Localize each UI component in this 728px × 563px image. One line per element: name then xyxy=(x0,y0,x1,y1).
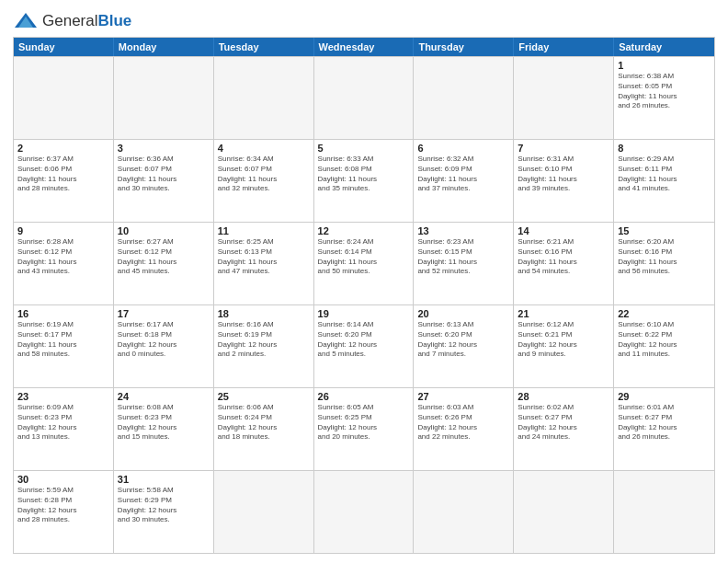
day-info: Sunrise: 6:27 AM Sunset: 6:12 PM Dayligh… xyxy=(118,237,210,277)
cal-cell: 4Sunrise: 6:34 AM Sunset: 6:07 PM Daylig… xyxy=(214,140,314,222)
day-number: 23 xyxy=(17,391,109,402)
day-number: 30 xyxy=(17,474,109,485)
cal-cell: 5Sunrise: 6:33 AM Sunset: 6:08 PM Daylig… xyxy=(314,140,415,222)
day-number: 17 xyxy=(118,308,210,319)
cal-cell: 29Sunrise: 6:01 AM Sunset: 6:27 PM Dayli… xyxy=(614,388,714,470)
day-info: Sunrise: 6:12 AM Sunset: 6:21 PM Dayligh… xyxy=(518,320,609,360)
day-info: Sunrise: 6:32 AM Sunset: 6:09 PM Dayligh… xyxy=(417,155,509,194)
cal-cell xyxy=(414,471,514,553)
day-info: Sunrise: 6:13 AM Sunset: 6:20 PM Dayligh… xyxy=(417,320,509,360)
day-info: Sunrise: 6:29 AM Sunset: 6:11 PM Dayligh… xyxy=(618,155,711,194)
day-number: 29 xyxy=(618,391,711,402)
cal-cell: 25Sunrise: 6:06 AM Sunset: 6:24 PM Dayli… xyxy=(214,388,314,470)
header-day-sunday: Sunday xyxy=(14,38,114,56)
cal-cell: 31Sunrise: 5:58 AM Sunset: 6:29 PM Dayli… xyxy=(114,471,214,553)
week-row-1: 1Sunrise: 6:38 AM Sunset: 6:05 PM Daylig… xyxy=(14,56,714,139)
day-info: Sunrise: 6:37 AM Sunset: 6:06 PM Dayligh… xyxy=(17,155,109,194)
day-info: Sunrise: 6:01 AM Sunset: 6:27 PM Dayligh… xyxy=(618,403,711,442)
week-row-6: 30Sunrise: 5:59 AM Sunset: 6:28 PM Dayli… xyxy=(14,470,714,553)
cal-cell: 2Sunrise: 6:37 AM Sunset: 6:06 PM Daylig… xyxy=(14,140,114,222)
header-day-friday: Friday xyxy=(514,38,614,56)
day-number: 24 xyxy=(118,391,210,402)
cal-cell: 14Sunrise: 6:21 AM Sunset: 6:16 PM Dayli… xyxy=(514,223,614,304)
day-info: Sunrise: 6:36 AM Sunset: 6:07 PM Dayligh… xyxy=(118,155,210,194)
header-day-wednesday: Wednesday xyxy=(314,38,415,56)
day-number: 13 xyxy=(417,225,509,236)
cal-cell: 11Sunrise: 6:25 AM Sunset: 6:13 PM Dayli… xyxy=(214,223,314,304)
cal-cell: 28Sunrise: 6:02 AM Sunset: 6:27 PM Dayli… xyxy=(514,388,614,470)
day-info: Sunrise: 6:38 AM Sunset: 6:05 PM Dayligh… xyxy=(618,72,711,111)
cal-cell xyxy=(614,471,714,553)
day-number: 14 xyxy=(518,225,609,236)
header: GeneralBlue xyxy=(13,11,715,31)
cal-cell: 26Sunrise: 6:05 AM Sunset: 6:25 PM Dayli… xyxy=(314,388,415,470)
day-info: Sunrise: 6:10 AM Sunset: 6:22 PM Dayligh… xyxy=(618,320,711,360)
cal-cell: 27Sunrise: 6:03 AM Sunset: 6:26 PM Dayli… xyxy=(414,388,514,470)
cal-cell xyxy=(214,57,314,139)
cal-cell: 16Sunrise: 6:19 AM Sunset: 6:17 PM Dayli… xyxy=(14,305,114,387)
cal-cell xyxy=(14,57,114,139)
cal-cell xyxy=(414,57,514,139)
week-row-2: 2Sunrise: 6:37 AM Sunset: 6:06 PM Daylig… xyxy=(14,139,714,222)
day-info: Sunrise: 6:14 AM Sunset: 6:20 PM Dayligh… xyxy=(318,320,410,360)
cal-cell xyxy=(514,471,614,553)
week-row-4: 16Sunrise: 6:19 AM Sunset: 6:17 PM Dayli… xyxy=(14,304,714,387)
day-info: Sunrise: 6:33 AM Sunset: 6:08 PM Dayligh… xyxy=(318,155,410,194)
week-row-5: 23Sunrise: 6:09 AM Sunset: 6:23 PM Dayli… xyxy=(14,387,714,470)
day-info: Sunrise: 6:31 AM Sunset: 6:10 PM Dayligh… xyxy=(518,155,609,194)
day-number: 21 xyxy=(518,308,609,319)
day-info: Sunrise: 6:16 AM Sunset: 6:19 PM Dayligh… xyxy=(218,320,310,360)
day-number: 25 xyxy=(218,391,310,402)
logo-text: GeneralBlue xyxy=(42,12,131,30)
day-number: 3 xyxy=(118,143,210,154)
day-info: Sunrise: 6:03 AM Sunset: 6:26 PM Dayligh… xyxy=(417,403,509,442)
day-info: Sunrise: 6:21 AM Sunset: 6:16 PM Dayligh… xyxy=(518,237,609,277)
cal-cell: 23Sunrise: 6:09 AM Sunset: 6:23 PM Dayli… xyxy=(14,388,114,470)
day-info: Sunrise: 6:23 AM Sunset: 6:15 PM Dayligh… xyxy=(417,237,509,277)
cal-cell: 30Sunrise: 5:59 AM Sunset: 6:28 PM Dayli… xyxy=(14,471,114,553)
day-number: 5 xyxy=(318,143,410,154)
cal-cell: 20Sunrise: 6:13 AM Sunset: 6:20 PM Dayli… xyxy=(414,305,514,387)
header-day-tuesday: Tuesday xyxy=(214,38,314,56)
day-info: Sunrise: 6:25 AM Sunset: 6:13 PM Dayligh… xyxy=(218,237,310,277)
day-info: Sunrise: 6:09 AM Sunset: 6:23 PM Dayligh… xyxy=(17,403,109,442)
cal-cell: 19Sunrise: 6:14 AM Sunset: 6:20 PM Dayli… xyxy=(314,305,415,387)
day-number: 27 xyxy=(417,391,509,402)
day-info: Sunrise: 5:59 AM Sunset: 6:28 PM Dayligh… xyxy=(17,486,109,525)
day-number: 1 xyxy=(618,60,711,71)
day-number: 7 xyxy=(518,143,609,154)
day-info: Sunrise: 6:20 AM Sunset: 6:16 PM Dayligh… xyxy=(618,237,711,277)
day-info: Sunrise: 6:02 AM Sunset: 6:27 PM Dayligh… xyxy=(518,403,609,442)
day-number: 28 xyxy=(518,391,609,402)
day-info: Sunrise: 6:08 AM Sunset: 6:23 PM Dayligh… xyxy=(118,403,210,442)
day-number: 26 xyxy=(318,391,410,402)
cal-cell: 3Sunrise: 6:36 AM Sunset: 6:07 PM Daylig… xyxy=(114,140,214,222)
cal-cell: 17Sunrise: 6:17 AM Sunset: 6:18 PM Dayli… xyxy=(114,305,214,387)
logo-icon xyxy=(13,11,39,31)
day-number: 18 xyxy=(218,308,310,319)
day-number: 6 xyxy=(417,143,509,154)
day-number: 16 xyxy=(17,308,109,319)
cal-cell: 12Sunrise: 6:24 AM Sunset: 6:14 PM Dayli… xyxy=(314,223,415,304)
day-info: Sunrise: 6:17 AM Sunset: 6:18 PM Dayligh… xyxy=(118,320,210,360)
day-number: 19 xyxy=(318,308,410,319)
calendar-header: SundayMondayTuesdayWednesdayThursdayFrid… xyxy=(14,38,714,56)
day-number: 2 xyxy=(17,143,109,154)
header-day-monday: Monday xyxy=(114,38,214,56)
logo: GeneralBlue xyxy=(13,11,131,31)
day-number: 8 xyxy=(618,143,711,154)
day-info: Sunrise: 5:58 AM Sunset: 6:29 PM Dayligh… xyxy=(118,486,210,525)
week-row-3: 9Sunrise: 6:28 AM Sunset: 6:12 PM Daylig… xyxy=(14,222,714,304)
day-number: 12 xyxy=(318,225,410,236)
cal-cell: 15Sunrise: 6:20 AM Sunset: 6:16 PM Dayli… xyxy=(614,223,714,304)
cal-cell: 21Sunrise: 6:12 AM Sunset: 6:21 PM Dayli… xyxy=(514,305,614,387)
cal-cell: 13Sunrise: 6:23 AM Sunset: 6:15 PM Dayli… xyxy=(414,223,514,304)
day-number: 20 xyxy=(417,308,509,319)
cal-cell: 18Sunrise: 6:16 AM Sunset: 6:19 PM Dayli… xyxy=(214,305,314,387)
calendar-body: 1Sunrise: 6:38 AM Sunset: 6:05 PM Daylig… xyxy=(14,56,714,553)
cal-cell: 24Sunrise: 6:08 AM Sunset: 6:23 PM Dayli… xyxy=(114,388,214,470)
day-info: Sunrise: 6:06 AM Sunset: 6:24 PM Dayligh… xyxy=(218,403,310,442)
day-info: Sunrise: 6:34 AM Sunset: 6:07 PM Dayligh… xyxy=(218,155,310,194)
day-info: Sunrise: 6:28 AM Sunset: 6:12 PM Dayligh… xyxy=(17,237,109,277)
day-number: 11 xyxy=(218,225,310,236)
